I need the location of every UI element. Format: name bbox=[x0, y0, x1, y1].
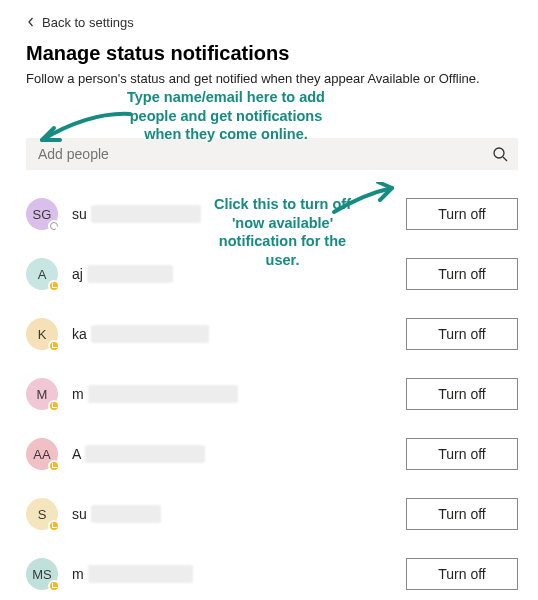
name-fragment: A bbox=[72, 446, 81, 462]
away-presence-icon bbox=[48, 580, 60, 592]
redacted-name bbox=[91, 205, 201, 223]
person-name: A bbox=[72, 445, 392, 463]
name-fragment: m bbox=[72, 386, 84, 402]
page-title: Manage status notifications bbox=[26, 42, 518, 65]
away-presence-icon bbox=[48, 340, 60, 352]
person-row: SsuTurn off bbox=[26, 498, 518, 530]
person-name: su bbox=[72, 505, 392, 523]
person-row: SGsuTurn off bbox=[26, 198, 518, 230]
name-fragment: ka bbox=[72, 326, 87, 342]
person-row: MmTurn off bbox=[26, 378, 518, 410]
redacted-name bbox=[91, 505, 161, 523]
name-fragment: aj bbox=[72, 266, 83, 282]
person-row: AAATurn off bbox=[26, 438, 518, 470]
back-to-settings-link[interactable]: Back to settings bbox=[26, 15, 134, 30]
redacted-name bbox=[85, 445, 205, 463]
chevron-left-icon bbox=[26, 17, 36, 27]
avatar: SG bbox=[26, 198, 58, 230]
avatar: AA bbox=[26, 438, 58, 470]
redacted-name bbox=[91, 325, 209, 343]
person-row: KkaTurn off bbox=[26, 318, 518, 350]
person-name: aj bbox=[72, 265, 392, 283]
person-name: m bbox=[72, 385, 392, 403]
add-people-search[interactable] bbox=[26, 138, 518, 170]
avatar: A bbox=[26, 258, 58, 290]
page-description: Follow a person's status and get notifie… bbox=[26, 71, 518, 86]
avatar: K bbox=[26, 318, 58, 350]
back-label: Back to settings bbox=[42, 15, 134, 30]
turn-off-button[interactable]: Turn off bbox=[406, 198, 518, 230]
redacted-name bbox=[88, 385, 238, 403]
redacted-name bbox=[88, 565, 193, 583]
away-presence-icon bbox=[48, 280, 60, 292]
add-people-input[interactable] bbox=[36, 145, 480, 163]
name-fragment: su bbox=[72, 506, 87, 522]
svg-point-0 bbox=[494, 148, 504, 158]
person-name: su bbox=[72, 205, 392, 223]
name-fragment: m bbox=[72, 566, 84, 582]
turn-off-button[interactable]: Turn off bbox=[406, 438, 518, 470]
redacted-name bbox=[87, 265, 173, 283]
turn-off-button[interactable]: Turn off bbox=[406, 318, 518, 350]
turn-off-button[interactable]: Turn off bbox=[406, 498, 518, 530]
offline-presence-icon bbox=[48, 220, 60, 232]
person-name: ka bbox=[72, 325, 392, 343]
turn-off-button[interactable]: Turn off bbox=[406, 258, 518, 290]
person-row: AajTurn off bbox=[26, 258, 518, 290]
away-presence-icon bbox=[48, 460, 60, 472]
turn-off-button[interactable]: Turn off bbox=[406, 378, 518, 410]
away-presence-icon bbox=[48, 400, 60, 412]
name-fragment: su bbox=[72, 206, 87, 222]
search-icon bbox=[492, 146, 508, 162]
avatar: S bbox=[26, 498, 58, 530]
turn-off-button[interactable]: Turn off bbox=[406, 558, 518, 590]
person-name: m bbox=[72, 565, 392, 583]
away-presence-icon bbox=[48, 520, 60, 532]
avatar: M bbox=[26, 378, 58, 410]
svg-line-1 bbox=[503, 157, 507, 161]
avatar: MS bbox=[26, 558, 58, 590]
person-row: MSmTurn off bbox=[26, 558, 518, 590]
